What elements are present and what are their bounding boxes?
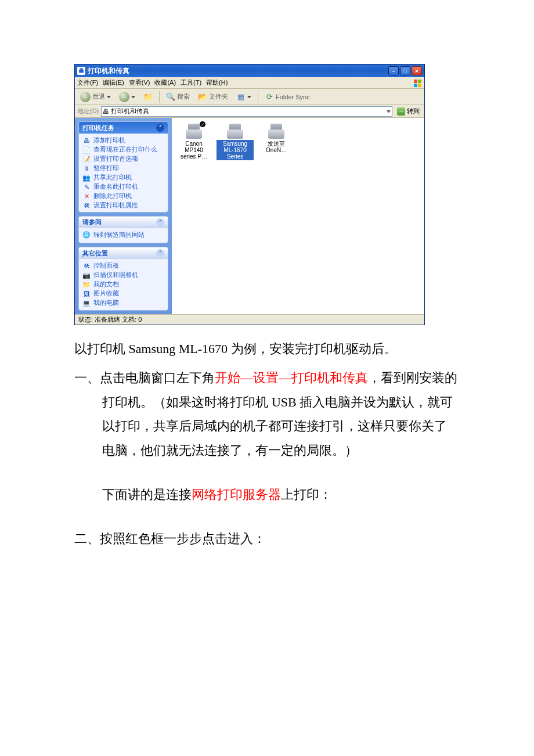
computer-icon: 💻 <box>82 299 91 307</box>
task-see-whats-printing[interactable]: 📄查看现在正在打印什么 <box>82 145 164 154</box>
printers-folder-icon: 🖶 <box>103 108 109 115</box>
menu-file[interactable]: 文件(F) <box>77 78 98 87</box>
printer-icon <box>225 123 246 139</box>
status-text: 状态: 准备就绪 文档: 0 <box>78 315 142 324</box>
panel-header[interactable]: 打印机任务 ˄ <box>79 122 168 134</box>
menubar: 文件(F) 编辑(E) 查看(V) 收藏(A) 工具(T) 帮助(H) <box>75 77 424 89</box>
task-label: 我的文档 <box>93 280 119 288</box>
documents-icon: 📁 <box>82 280 91 289</box>
folders-button[interactable]: 📂 文件夹 <box>195 91 231 103</box>
go-arrow-icon: → <box>397 107 405 116</box>
text: 点击电脑窗口左下角 <box>100 370 215 385</box>
delete-icon: ✕ <box>82 192 91 200</box>
task-label: 暂停打印 <box>93 164 119 172</box>
preferences-icon: 📝 <box>82 155 91 163</box>
task-label: 添加打印机 <box>93 136 125 144</box>
views-button[interactable]: ▦ <box>233 91 254 103</box>
go-button[interactable]: → 转到 <box>395 106 422 117</box>
task-pane: 打印机任务 ˄ 🖶添加打印机 📄查看现在正在打印什么 📝设置打印首选项 ⏸暂停打… <box>75 118 172 314</box>
printer-item-onenote[interactable]: 发送至 OneN… <box>258 121 295 154</box>
dropdown-icon <box>107 95 111 99</box>
other-places-panel: 其它位置 ˄ 🛠控制面板 📷扫描仪和照相机 📁我的文档 🖼图片收藏 💻我的电脑 <box>78 247 168 311</box>
task-delete-printer[interactable]: ✕删除此打印机 <box>82 192 164 201</box>
add-printer-icon: 🖶 <box>82 136 91 145</box>
dropdown-icon <box>131 95 135 99</box>
rename-icon: ✎ <box>82 183 91 191</box>
task-printer-properties[interactable]: 🛠设置打印机属性 <box>82 201 164 210</box>
search-button[interactable]: 🔍 搜索 <box>163 91 193 103</box>
task-pause-printing[interactable]: ⏸暂停打印 <box>82 164 164 173</box>
printer-item-canon[interactable]: ✓ Canon MP140 series P… <box>175 121 212 160</box>
chevron-up-icon: ˄ <box>156 218 164 226</box>
dropdown-icon <box>247 95 251 99</box>
menu-favorites[interactable]: 收藏(A) <box>154 78 176 87</box>
minimize-button[interactable]: – <box>388 66 399 75</box>
printers-and-faxes-window: 🖶 打印机和传真 – □ × 文件(F) 编辑(E) 查看(V) 收藏(A) 工… <box>74 64 425 325</box>
panel-title: 请参阅 <box>82 218 102 226</box>
printer-label: Samsung ML-1670 Series <box>217 140 254 160</box>
task-printing-preferences[interactable]: 📝设置打印首选项 <box>82 154 164 164</box>
menu-help[interactable]: 帮助(H) <box>206 78 228 87</box>
text: 下面讲的是连接 <box>102 487 192 502</box>
forward-button[interactable]: → <box>116 91 138 103</box>
link-scanners-cameras[interactable]: 📷扫描仪和照相机 <box>82 271 164 280</box>
highlight-text: 网络打印服务器 <box>192 487 281 502</box>
menu-edit[interactable]: 编辑(E) <box>103 78 124 87</box>
window-title: 打印机和传真 <box>85 66 388 76</box>
back-button[interactable]: ← 后退 <box>77 91 114 103</box>
back-label: 后退 <box>92 92 105 101</box>
address-field[interactable]: 🖶 打印机和传真 <box>101 106 392 117</box>
text: 上打印： <box>281 487 332 502</box>
panel-title: 其它位置 <box>82 249 108 258</box>
task-label: 共享此打印机 <box>93 174 132 181</box>
panel-header[interactable]: 其它位置 ˄ <box>79 247 168 259</box>
link-manufacturer-site[interactable]: 🌐转到制造商的网站 <box>82 231 164 240</box>
chevron-up-icon: ˄ <box>156 124 164 132</box>
windows-logo-icon <box>413 78 422 88</box>
window-icon: 🖶 <box>77 67 85 75</box>
search-icon: 🔍 <box>166 92 175 102</box>
folders-label: 文件夹 <box>209 92 228 101</box>
link-control-panel[interactable]: 🛠控制面板 <box>82 261 164 271</box>
share-icon: 👥 <box>82 174 91 182</box>
see-also-panel: 请参阅 ˄ 🌐转到制造商的网站 <box>78 216 168 243</box>
maximize-button[interactable]: □ <box>400 66 410 75</box>
search-label: 搜索 <box>177 92 190 101</box>
up-button[interactable]: 📁 <box>140 91 156 103</box>
printer-tasks-panel: 打印机任务 ˄ 🖶添加打印机 📄查看现在正在打印什么 📝设置打印首选项 ⏸暂停打… <box>78 121 168 213</box>
camera-icon: 📷 <box>82 271 91 279</box>
folder-up-icon: 📁 <box>143 92 153 102</box>
task-label: 图片收藏 <box>93 290 119 297</box>
task-add-printer[interactable]: 🖶添加打印机 <box>82 136 164 145</box>
menu-tools[interactable]: 工具(T) <box>181 78 201 87</box>
task-label: 设置打印机属性 <box>93 201 138 209</box>
link-my-computer[interactable]: 💻我的电脑 <box>82 298 164 308</box>
step-number: 一、 <box>74 370 100 385</box>
task-label: 查看现在正在打印什么 <box>93 146 157 153</box>
address-value: 打印机和传真 <box>111 107 149 116</box>
task-label: 重命名此打印机 <box>93 183 138 190</box>
task-share-printer[interactable]: 👥共享此打印机 <box>82 173 164 182</box>
task-rename-printer[interactable]: ✎重命名此打印机 <box>82 182 164 192</box>
forward-arrow-icon: → <box>119 92 129 102</box>
printer-label: Canon MP140 series P… <box>175 140 212 160</box>
control-panel-icon: 🛠 <box>82 262 91 270</box>
link-my-pictures[interactable]: 🖼图片收藏 <box>82 289 164 298</box>
printer-item-samsung[interactable]: Samsung ML-1670 Series <box>217 121 254 160</box>
close-button[interactable]: × <box>412 66 422 75</box>
address-label: 地址(D) <box>77 107 99 116</box>
menu-view[interactable]: 查看(V) <box>129 78 150 87</box>
default-check-icon: ✓ <box>200 121 205 127</box>
dropdown-icon[interactable] <box>387 109 391 113</box>
separator <box>258 91 258 103</box>
task-label: 删除此打印机 <box>93 192 132 200</box>
titlebar[interactable]: 🖶 打印机和传真 – □ × <box>75 64 424 77</box>
panel-header[interactable]: 请参阅 ˄ <box>79 217 168 228</box>
highlight-text: 开始—设置—打印机和传真 <box>215 370 368 385</box>
paragraph-step-1: 一、点击电脑窗口左下角开始—设置—打印机和传真，看到刚安装的打印机。（如果这时将… <box>74 366 460 463</box>
folder-sync-button[interactable]: ⟳ Folder Sync <box>262 91 313 103</box>
task-label: 控制面板 <box>93 262 119 269</box>
link-my-documents[interactable]: 📁我的文档 <box>82 280 164 289</box>
printer-list[interactable]: ✓ Canon MP140 series P… Samsung ML-1670 … <box>172 118 424 314</box>
task-label: 转到制造商的网站 <box>93 231 145 239</box>
